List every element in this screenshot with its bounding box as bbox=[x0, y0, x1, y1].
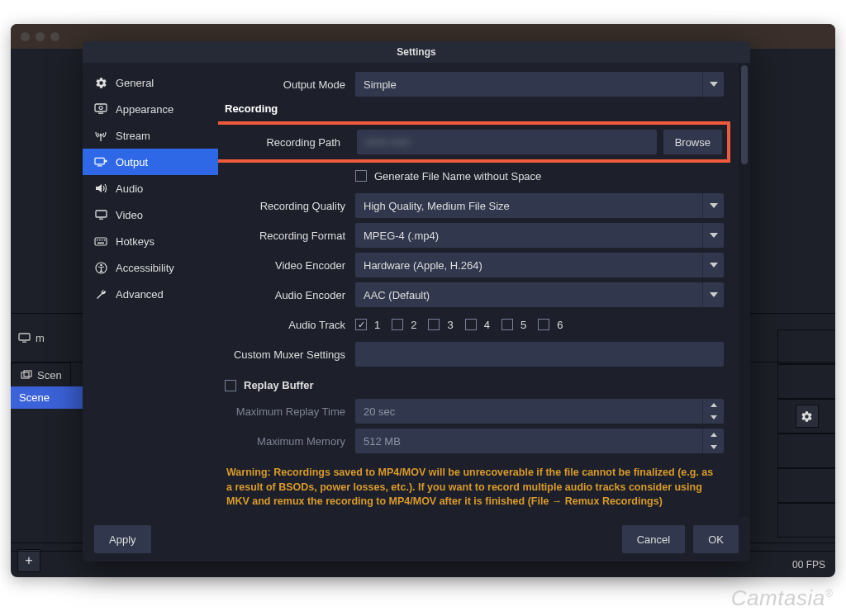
audio-track-6[interactable]: 6 bbox=[538, 319, 563, 331]
browse-button[interactable]: Browse bbox=[663, 130, 722, 154]
sidebar-item-output[interactable]: Output bbox=[83, 149, 218, 175]
chevron-down-icon bbox=[710, 292, 718, 297]
sidebar-item-video[interactable]: Video bbox=[83, 201, 218, 228]
sidebar-item-label: Accessibility bbox=[116, 262, 174, 274]
svg-rect-12 bbox=[99, 218, 103, 219]
vencoder-select[interactable]: Hardware (Apple, H.264) bbox=[355, 253, 724, 277]
sidebar-item-advanced[interactable]: Advanced bbox=[83, 281, 218, 307]
svg-rect-18 bbox=[97, 242, 104, 244]
cancel-button[interactable]: Cancel bbox=[622, 525, 685, 553]
settings-form: Output Mode Simple Recording Recording P… bbox=[218, 63, 739, 517]
sidebar-item-label: Video bbox=[116, 209, 143, 221]
dialog-title: Settings bbox=[83, 41, 750, 63]
recording-path-highlight: Recording Path •••••• ••••• Browse bbox=[218, 121, 730, 163]
audio-track-1[interactable]: 1 bbox=[355, 319, 380, 331]
output-mode-select[interactable]: Simple bbox=[355, 72, 724, 97]
audio-track-label: Audio Track bbox=[221, 319, 355, 331]
sidebar-item-audio[interactable]: Audio bbox=[83, 175, 218, 201]
checkbox-icon bbox=[392, 319, 403, 330]
vencoder-value: Hardware (Apple, H.264) bbox=[364, 259, 482, 272]
sidebar-item-general[interactable]: General bbox=[83, 69, 218, 96]
audio-track-4[interactable]: 4 bbox=[465, 319, 490, 331]
chevron-down-icon bbox=[710, 263, 718, 268]
svg-rect-4 bbox=[95, 104, 107, 111]
svg-rect-9 bbox=[95, 158, 104, 164]
step-up-icon[interactable] bbox=[703, 399, 724, 411]
scrollbar-thumb[interactable] bbox=[741, 65, 748, 164]
svg-rect-14 bbox=[97, 239, 98, 241]
audio-track-3[interactable]: 3 bbox=[428, 319, 453, 331]
svg-rect-2 bbox=[21, 372, 29, 378]
chevron-down-icon bbox=[710, 82, 718, 87]
window-controls[interactable] bbox=[21, 32, 59, 41]
checkbox-icon bbox=[501, 319, 513, 330]
ok-button[interactable]: OK bbox=[693, 525, 739, 553]
quality-label: Recording Quality bbox=[221, 200, 355, 212]
output-mode-label: Output Mode bbox=[221, 78, 355, 91]
replay-time-input[interactable]: 20 sec bbox=[355, 399, 724, 424]
recording-path-value: •••••• ••••• bbox=[365, 136, 410, 149]
aencoder-label: Audio Encoder bbox=[221, 289, 355, 301]
aencoder-value: AAC (Default) bbox=[364, 289, 430, 301]
quality-value: High Quality, Medium File Size bbox=[364, 200, 510, 212]
sidebar-item-label: Output bbox=[116, 156, 148, 168]
sidebar-item-label: Stream bbox=[116, 130, 150, 142]
replay-buffer-checkbox[interactable]: Replay Buffer bbox=[225, 379, 314, 391]
format-select[interactable]: MPEG-4 (.mp4) bbox=[355, 223, 724, 248]
settings-dialog: Settings General Appearance Stream Outpu… bbox=[83, 41, 750, 562]
sidebar-item-hotkeys[interactable]: Hotkeys bbox=[83, 228, 218, 254]
settings-sidebar: General Appearance Stream Output Audio bbox=[83, 63, 218, 517]
bg-tab-scenes[interactable]: Scen bbox=[11, 362, 71, 386]
apply-button[interactable]: Apply bbox=[94, 525, 151, 553]
muxer-input[interactable] bbox=[355, 342, 724, 367]
replay-time-label: Maximum Replay Time bbox=[221, 405, 355, 418]
recording-section-header: Recording bbox=[225, 102, 724, 115]
output-icon bbox=[94, 155, 107, 168]
bg-panel-monitor-label: m bbox=[36, 332, 45, 344]
zoom-icon[interactable] bbox=[50, 32, 59, 41]
bg-selected-scene[interactable]: Scene bbox=[11, 386, 89, 409]
step-up-icon[interactable] bbox=[703, 429, 724, 441]
step-down-icon[interactable] bbox=[703, 441, 724, 453]
close-icon[interactable] bbox=[21, 32, 30, 41]
gen-no-space-checkbox[interactable]: Generate File Name without Space bbox=[355, 170, 724, 182]
audio-track-2[interactable]: 2 bbox=[392, 319, 416, 331]
replay-mem-label: Maximum Memory bbox=[221, 435, 355, 448]
svg-rect-13 bbox=[95, 238, 107, 245]
sidebar-item-stream[interactable]: Stream bbox=[83, 122, 218, 149]
sidebar-item-accessibility[interactable]: Accessibility bbox=[83, 254, 218, 281]
sidebar-item-appearance[interactable]: Appearance bbox=[83, 96, 218, 122]
monitor-icon bbox=[17, 331, 31, 344]
bg-settings-button[interactable] bbox=[796, 405, 819, 428]
bg-tab-scenes-label: Scen bbox=[37, 369, 62, 381]
aencoder-select[interactable]: AAC (Default) bbox=[355, 282, 724, 307]
recording-path-label: Recording Path bbox=[223, 136, 350, 149]
chevron-down-icon bbox=[710, 233, 718, 238]
sidebar-item-label: Advanced bbox=[116, 288, 164, 301]
audio-track-5[interactable]: 5 bbox=[501, 319, 526, 331]
minimize-icon[interactable] bbox=[36, 32, 45, 41]
svg-point-5 bbox=[99, 107, 102, 110]
svg-point-20 bbox=[100, 263, 102, 266]
svg-rect-3 bbox=[24, 371, 31, 377]
speaker-icon bbox=[94, 182, 107, 195]
svg-rect-1 bbox=[22, 341, 26, 342]
replay-time-value: 20 sec bbox=[364, 405, 395, 418]
svg-rect-11 bbox=[96, 211, 107, 217]
sidebar-item-label: Appearance bbox=[116, 103, 173, 116]
bg-status-fps: 00 FPS bbox=[792, 559, 825, 571]
keyboard-icon bbox=[94, 235, 107, 248]
replay-mem-input[interactable]: 512 MB bbox=[355, 429, 724, 453]
form-scrollbar[interactable] bbox=[739, 63, 750, 517]
vencoder-label: Video Encoder bbox=[221, 259, 355, 272]
recording-path-input[interactable]: •••••• ••••• bbox=[357, 130, 657, 154]
checkbox-icon bbox=[355, 319, 367, 330]
chevron-down-icon bbox=[710, 203, 718, 208]
gear-icon bbox=[94, 76, 107, 89]
step-down-icon[interactable] bbox=[703, 411, 724, 424]
gear-icon bbox=[801, 410, 813, 423]
svg-rect-17 bbox=[104, 239, 106, 241]
dialog-button-bar: Apply Cancel OK bbox=[83, 517, 750, 562]
checkbox-icon bbox=[355, 170, 367, 182]
quality-select[interactable]: High Quality, Medium File Size bbox=[355, 193, 724, 218]
